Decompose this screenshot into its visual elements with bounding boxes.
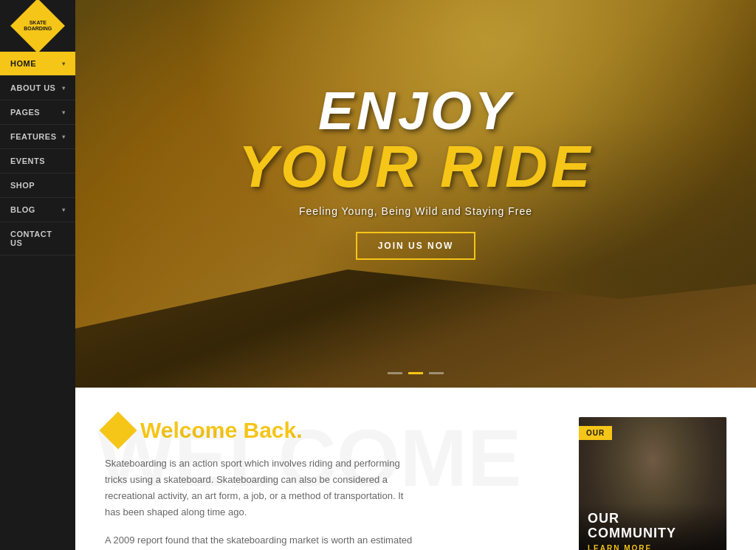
chevron-down-icon: ▾ (62, 109, 66, 116)
nav-item-events[interactable]: EVENTS (0, 149, 75, 173)
sidebar: Skate BOARDING HOME ▾ ABOUT US ▾ PAGES ▾… (0, 0, 75, 550)
logo-diamond: Skate BOARDING (10, 0, 65, 53)
hero-dot-3[interactable] (429, 372, 444, 374)
community-card-bottom: OUR COMMUNITY LEARN MORE (579, 503, 726, 550)
chevron-down-icon: ▾ (62, 134, 66, 140)
hero-title-line2: YOUR RIDE (238, 137, 594, 196)
logo-text: Skate BOARDING (24, 20, 52, 31)
nav-item-home[interactable]: HOME ▾ (0, 52, 75, 76)
nav-item-features[interactable]: FEATURES ▾ (0, 125, 75, 149)
welcome-diamond-icon (100, 412, 137, 450)
welcome-desc-1: Skateboarding is an action sport which i… (105, 456, 415, 520)
bottom-section: Welcome Welcome Back. Skateboarding is a… (75, 388, 756, 550)
sidebar-logo[interactable]: Skate BOARDING (0, 0, 75, 52)
nav-item-blog[interactable]: BLOG ▾ (0, 198, 75, 222)
nav-item-about-us[interactable]: ABOUT US ▾ (0, 76, 75, 100)
welcome-desc-2: A 2009 report found that the skateboardi… (105, 532, 415, 550)
chevron-down-icon: ▾ (62, 61, 66, 67)
welcome-title-wrapper: Welcome Back. (105, 417, 557, 444)
hero-cta-button[interactable]: JOIN US NOW (356, 232, 476, 260)
community-label: OUR COMMUNITY (588, 512, 718, 541)
hero-dot-2[interactable] (408, 372, 423, 374)
hero-content: ENJOY YOUR RIDE Feeling Young, Being Wil… (238, 84, 594, 304)
welcome-area: Welcome Back. Skateboarding is an action… (105, 417, 579, 550)
main-content: ENJOY YOUR RIDE Feeling Young, Being Wil… (75, 0, 756, 550)
hero-dot-1[interactable] (388, 372, 402, 374)
nav-item-pages[interactable]: PAGES ▾ (0, 100, 75, 125)
nav-item-shop[interactable]: SHOP (0, 173, 75, 198)
community-card: OUR OUR COMMUNITY LEARN MORE (579, 417, 726, 550)
hero-subtitle: Feeling Young, Being Wild and Staying Fr… (238, 205, 594, 217)
community-tag: OUR (579, 426, 612, 440)
community-card-area: OUR OUR COMMUNITY LEARN MORE (579, 417, 726, 550)
welcome-title-dot: . (296, 418, 302, 442)
nav-item-contact-us[interactable]: CONTACT US (0, 222, 75, 255)
hero-section: ENJOY YOUR RIDE Feeling Young, Being Wil… (75, 0, 756, 388)
chevron-down-icon: ▾ (62, 85, 66, 92)
chevron-down-icon: ▾ (62, 207, 66, 213)
hero-slider-dots (388, 372, 444, 374)
hero-title-line1: ENJOY (238, 84, 594, 137)
community-learn-more-button[interactable]: LEARN MORE (588, 544, 718, 550)
welcome-title: Welcome Back. (140, 418, 303, 443)
